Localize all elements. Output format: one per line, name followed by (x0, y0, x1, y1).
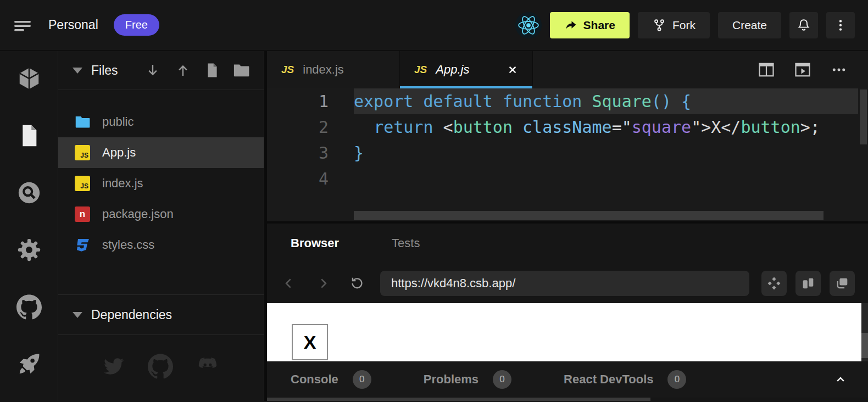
topbar-right: Share Fork Create (515, 12, 855, 38)
console-tab-console[interactable]: Console0 (291, 370, 371, 389)
count-badge: 0 (353, 370, 371, 389)
code-line: 3} (267, 140, 868, 166)
preview-scrollbar[interactable] (861, 303, 868, 361)
code-token: () { (652, 92, 691, 111)
code-token: =" (612, 118, 632, 137)
upload-icon[interactable] (175, 62, 191, 79)
preview-viewport: X (267, 303, 861, 361)
file-list: publicJSApp.jsJSindex.jsnpackage.jsonsty… (58, 90, 264, 260)
code-token (354, 118, 374, 137)
react-logo-icon[interactable] (515, 12, 542, 38)
file-icon (18, 124, 40, 148)
square-button[interactable]: X (292, 324, 328, 360)
editor-tab-bar: JSindex.jsJSApp.js (267, 51, 868, 88)
fork-button[interactable]: Fork (638, 12, 710, 38)
vertical-scrollbar[interactable] (860, 90, 867, 144)
share-button[interactable]: Share (550, 12, 630, 38)
sidebar-item-rocket[interactable] (16, 351, 42, 377)
more-menu-button[interactable] (826, 12, 855, 38)
files-panel: Files publicJSApp.jsJSindex.jsnpackage.j… (58, 51, 264, 401)
split-editor-icon[interactable] (758, 62, 775, 77)
line-number: 1 (267, 88, 329, 114)
fork-icon (652, 18, 666, 32)
line-number: 3 (267, 140, 329, 166)
fork-label: Fork (672, 19, 695, 32)
responsive-preview-icon (766, 276, 782, 291)
github-icon[interactable] (148, 354, 173, 379)
back-icon[interactable] (278, 272, 300, 294)
code-token: button (741, 118, 800, 137)
code-token: Square (592, 92, 651, 111)
share-arrow-icon (564, 19, 577, 32)
devtools-tab-tests[interactable]: Tests (392, 236, 420, 250)
open-preview-icon[interactable] (794, 62, 811, 77)
file-row-App.js[interactable]: JSApp.js (58, 137, 264, 168)
sidebar-item-search[interactable] (16, 180, 42, 206)
create-button[interactable]: Create (718, 12, 781, 38)
code-line: 2 return <button className="square">X</b… (267, 114, 868, 140)
file-row-package.json[interactable]: npackage.json (58, 199, 264, 230)
code-token: button (453, 118, 513, 137)
chevron-up-icon[interactable] (833, 372, 848, 387)
file-row-index.js[interactable]: JSindex.js (58, 168, 264, 199)
mirror-preview-button[interactable] (795, 271, 821, 296)
url-input[interactable] (380, 271, 749, 296)
js-icon: JS (414, 64, 427, 76)
editor-tab-App.js[interactable]: JSApp.js (400, 51, 533, 88)
file-row-public[interactable]: public (58, 107, 264, 137)
discord-icon[interactable] (197, 354, 218, 379)
sidebar-item-gear[interactable] (16, 237, 42, 263)
line-content: } (354, 140, 858, 166)
bottom-scrollbar[interactable] (267, 398, 868, 401)
file-name: public (102, 115, 133, 129)
code-token (513, 118, 522, 137)
count-badge: 0 (667, 370, 686, 389)
code-token: return (374, 118, 433, 137)
menu-icon[interactable] (13, 17, 33, 34)
mirror-preview-icon (800, 276, 816, 291)
devtools-tab-browser[interactable]: Browser (291, 236, 339, 250)
plan-badge: Free (114, 14, 159, 36)
refresh-icon[interactable] (346, 272, 368, 294)
editor: JSindex.jsJSApp.js 1export default funct… (267, 51, 868, 221)
share-label: Share (583, 19, 615, 32)
chevron-down-icon[interactable] (73, 312, 82, 318)
chevron-down-icon[interactable] (73, 68, 82, 74)
editor-tab-index.js[interactable]: JSindex.js (267, 51, 400, 88)
sidebar-item-github[interactable] (16, 294, 42, 320)
js-file-icon: JS (75, 176, 90, 191)
file-row-styles.css[interactable]: styles.css (58, 230, 264, 260)
console-tab-problems[interactable]: Problems0 (424, 370, 511, 389)
devtools-tab-bar: BrowserTests (267, 224, 868, 263)
forward-icon[interactable] (312, 272, 334, 294)
rocket-icon (16, 351, 42, 377)
github-icon (16, 294, 42, 320)
notifications-button[interactable] (789, 12, 818, 38)
new-folder-icon[interactable] (233, 63, 249, 78)
folder-icon (75, 115, 90, 129)
sidebar-item-cube[interactable] (16, 65, 42, 92)
dependencies-header: Dependencies (58, 294, 264, 335)
open-window-icon (834, 276, 850, 291)
devtools-panel: BrowserTests X (267, 221, 868, 401)
code-token: ">X</ (691, 118, 741, 137)
npm-icon: n (75, 206, 90, 222)
console-tab-react-devtools[interactable]: React DevTools0 (564, 370, 686, 389)
open-window-button[interactable] (830, 271, 855, 296)
workspace-name[interactable]: Personal (48, 18, 98, 32)
close-icon[interactable] (507, 64, 518, 75)
twitter-icon[interactable] (104, 354, 124, 379)
new-file-icon[interactable] (205, 63, 219, 78)
responsive-preview-button[interactable] (761, 271, 787, 296)
horizontal-scrollbar[interactable] (354, 211, 824, 220)
more-options-icon[interactable] (831, 62, 847, 77)
download-icon[interactable] (144, 62, 161, 79)
css-icon (75, 237, 90, 253)
code-line: 4 (267, 166, 868, 192)
code-area[interactable]: 1export default function Square() {2 ret… (267, 88, 868, 192)
line-content: return <button className="square">X</but… (354, 114, 858, 140)
code-token: square (632, 118, 691, 137)
social-links (58, 354, 264, 379)
sidebar-item-file[interactable] (16, 122, 42, 149)
topbar-left: Personal Free (13, 14, 159, 36)
